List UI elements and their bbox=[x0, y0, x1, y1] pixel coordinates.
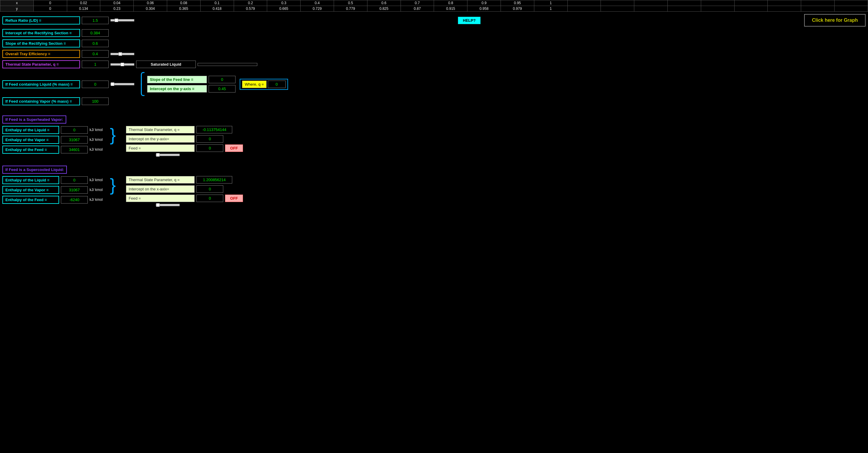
saturated-liquid-label: Saturated Liquid bbox=[136, 61, 196, 68]
intercept-y-axis-label: Intercept on the y-axis = bbox=[147, 85, 207, 93]
x-cell-23 bbox=[801, 0, 835, 6]
x-cell-9: 0.5 bbox=[334, 0, 367, 6]
reflux-ratio-value: 1.5 bbox=[82, 17, 108, 24]
slope-feed-line-value: 0 bbox=[209, 76, 236, 83]
x-cell-14: 0.95 bbox=[501, 0, 534, 6]
y-cell-24 bbox=[834, 6, 868, 12]
supercooled-left: Enthalpy of the Liquid = 0 kJ/ kmol Enth… bbox=[2, 176, 103, 204]
superheated-right: Thermal State Parameter, q = -0.11375414… bbox=[126, 126, 243, 156]
feed-liquid-value: 0 bbox=[82, 80, 108, 88]
efficiency-slider[interactable] bbox=[111, 53, 134, 55]
reflux-row: Reflux Ratio (L/D) = 1.5 HELP? Click her… bbox=[2, 14, 866, 27]
y-cell-0: 0 bbox=[33, 6, 67, 12]
y-cell-19 bbox=[668, 6, 701, 12]
help-button[interactable]: HELP? bbox=[458, 17, 481, 24]
intercept-value: 0.384 bbox=[82, 29, 108, 37]
sub-enthalpy-feed-row: Enthalpy of the Feed = -6240 kJ/ kmol bbox=[2, 196, 103, 204]
x-cell-22 bbox=[768, 0, 801, 6]
slope-row: Slope of the Rectifying Section = 0.6 bbox=[2, 39, 866, 47]
super-enthalpy-feed-unit: kJ/ kmol bbox=[90, 148, 103, 152]
sub-enthalpy-feed-unit: kJ/ kmol bbox=[90, 198, 103, 202]
super-intercept-y-row: Intercept on the y-axix= 0 bbox=[126, 135, 243, 143]
sub-brace: } bbox=[110, 176, 116, 194]
sub-feed-off-button[interactable]: OFF bbox=[225, 195, 243, 202]
super-intercept-y-value: 0 bbox=[196, 135, 223, 143]
y-cell-9: 0.779 bbox=[334, 6, 367, 12]
sub-feed-slider[interactable] bbox=[156, 204, 180, 206]
y-cell-16 bbox=[567, 6, 601, 12]
where-q-label: Where, q = bbox=[242, 80, 267, 88]
super-feed-label: Feed = bbox=[126, 144, 195, 152]
y-cell-8: 0.729 bbox=[301, 6, 334, 12]
super-feed-off-button[interactable]: OFF bbox=[225, 144, 243, 152]
y-cell-15: 1 bbox=[534, 6, 567, 12]
sub-enthalpy-feed-label: Enthalpy of the Feed = bbox=[2, 196, 59, 204]
slope-feed-line-label: Slope of the Feed line = bbox=[147, 76, 207, 83]
x-cell-17 bbox=[601, 0, 634, 6]
sub-feed-row: Feed = 0 OFF bbox=[126, 195, 243, 202]
intercept-label: Intercept of the Rectifying Section = bbox=[2, 29, 80, 37]
y-cell-4: 0.365 bbox=[167, 6, 200, 12]
y-cell-20 bbox=[701, 6, 734, 12]
x-cell-5: 0.1 bbox=[200, 0, 234, 6]
where-q-value: 0 bbox=[268, 80, 286, 88]
x-cell-0: 0 bbox=[33, 0, 67, 6]
sub-thermal-q-value: 1.200856214 bbox=[196, 176, 232, 184]
sub-enthalpy-vapor-unit: kJ/ kmol bbox=[90, 188, 103, 192]
super-feed-value: 0 bbox=[196, 144, 223, 152]
y-cell-13: 0.958 bbox=[467, 6, 501, 12]
intercept-row: Intercept of the Rectifying Section = 0.… bbox=[2, 29, 866, 37]
x-cell-13: 0.9 bbox=[467, 0, 501, 6]
thermal-state-value: 1 bbox=[82, 61, 108, 68]
superheated-left: Enthalpy of the Liquid = 0 kJ/ kmol Enth… bbox=[2, 126, 103, 154]
feed-liquid-slider[interactable] bbox=[111, 83, 134, 85]
thermal-state-slider[interactable] bbox=[111, 63, 134, 66]
super-enthalpy-vapor-value: 31067 bbox=[61, 136, 88, 143]
x-cell-21 bbox=[734, 0, 768, 6]
slope-value: 0.6 bbox=[82, 40, 108, 47]
y-cell-11: 0.87 bbox=[401, 6, 434, 12]
sub-thermal-q-label: Thermal State Parameter, q = bbox=[126, 176, 195, 184]
y-label: y bbox=[0, 6, 34, 12]
super-feed-slider[interactable] bbox=[156, 154, 180, 156]
efficiency-value: 0.4 bbox=[82, 50, 108, 58]
super-brace: } bbox=[110, 126, 116, 144]
superheated-label: If Feed is a Superheated Vapor: bbox=[2, 116, 66, 124]
super-enthalpy-liquid-value: 0 bbox=[61, 126, 88, 134]
sub-feed-value: 0 bbox=[196, 195, 223, 202]
reflux-ratio-slider[interactable] bbox=[111, 19, 134, 22]
superheated-section: If Feed is a Superheated Vapor: bbox=[2, 116, 866, 124]
super-enthalpy-vapor-unit: kJ/ kmol bbox=[90, 137, 103, 142]
sub-intercept-x-label: Intercept on the x-axix= bbox=[126, 185, 195, 193]
y-cell-22 bbox=[768, 6, 801, 12]
super-enthalpy-feed-row: Enthalpy of the Feed = 34601 kJ/ kmol bbox=[2, 145, 103, 154]
y-cell-7: 0.665 bbox=[267, 6, 301, 12]
y-cell-2: 0.23 bbox=[100, 6, 134, 12]
reflux-ratio-label: Reflux Ratio (L/D) = bbox=[2, 17, 80, 25]
sub-enthalpy-vapor-label: Enthalpy of the Vapor = bbox=[2, 186, 59, 194]
y-cell-21 bbox=[734, 6, 768, 12]
brace-lower: ⎩ bbox=[137, 85, 145, 95]
y-cell-6: 0.579 bbox=[234, 6, 267, 12]
sub-intercept-x-row: Intercept on the x-axix= 0 bbox=[126, 185, 243, 193]
y-cell-14: 0.979 bbox=[501, 6, 534, 12]
thermal-state-label: Thermal State Parameter, q = bbox=[2, 60, 80, 68]
feed-vapor-value: 100 bbox=[82, 98, 108, 105]
super-enthalpy-vapor-label: Enthalpy of the Vapor = bbox=[2, 136, 59, 144]
super-enthalpy-vapor-row: Enthalpy of the Vapor = 31067 kJ/ kmol bbox=[2, 136, 103, 144]
y-cell-17 bbox=[601, 6, 634, 12]
x-cell-3: 0.06 bbox=[134, 0, 167, 6]
x-cell-4: 0.08 bbox=[167, 0, 200, 6]
x-cell-15: 1 bbox=[534, 0, 567, 6]
super-thermal-q-label: Thermal State Parameter, q = bbox=[126, 126, 195, 133]
super-feed-row: Feed = 0 OFF bbox=[126, 144, 243, 152]
super-intercept-y-label: Intercept on the y-axix= bbox=[126, 135, 195, 143]
supercooled-right: Thermal State Parameter, q = 1.200856214… bbox=[126, 176, 243, 206]
x-cell-11: 0.7 bbox=[401, 0, 434, 6]
efficiency-row: Overall Tray Efficiency = 0.4 bbox=[2, 50, 866, 58]
sub-enthalpy-vapor-row: Enthalpy of the Vapor = 31067 kJ/ kmol bbox=[2, 186, 103, 194]
graph-button[interactable]: Click here for Graph bbox=[804, 14, 866, 27]
supercooled-section: If Feed is a Supercooled Liquid: bbox=[2, 166, 866, 174]
x-cell-20 bbox=[701, 0, 734, 6]
feed-liquid-row: If Feed containing Liquid (% mass) = 0 ⎧… bbox=[2, 74, 866, 95]
